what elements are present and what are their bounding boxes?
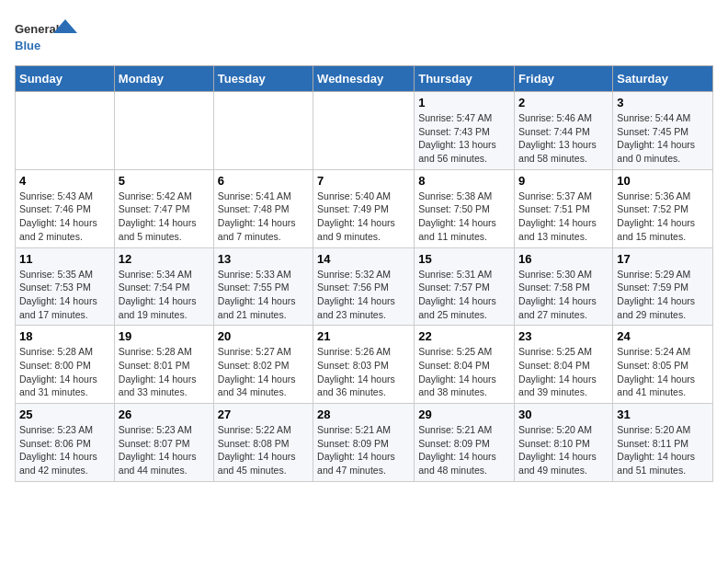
day-info: Sunrise: 5:38 AM Sunset: 7:50 PM Dayligh… bbox=[418, 190, 510, 244]
day-number: 4 bbox=[19, 174, 110, 188]
day-number: 16 bbox=[518, 252, 609, 266]
day-info: Sunrise: 5:28 AM Sunset: 8:01 PM Dayligh… bbox=[119, 345, 210, 399]
day-info: Sunrise: 5:26 AM Sunset: 8:03 PM Dayligh… bbox=[317, 345, 410, 399]
day-cell bbox=[313, 92, 415, 170]
logo: GeneralBlue bbox=[15, 15, 79, 56]
day-info: Sunrise: 5:42 AM Sunset: 7:47 PM Dayligh… bbox=[119, 190, 210, 244]
day-cell: 31Sunrise: 5:20 AM Sunset: 8:11 PM Dayli… bbox=[613, 404, 713, 482]
day-cell bbox=[114, 92, 213, 170]
day-cell: 15Sunrise: 5:31 AM Sunset: 7:57 PM Dayli… bbox=[415, 247, 515, 326]
day-number: 5 bbox=[119, 174, 210, 188]
day-info: Sunrise: 5:32 AM Sunset: 7:56 PM Dayligh… bbox=[317, 268, 410, 322]
day-number: 31 bbox=[617, 408, 709, 421]
day-info: Sunrise: 5:23 AM Sunset: 8:06 PM Dayligh… bbox=[19, 423, 110, 477]
day-info: Sunrise: 5:21 AM Sunset: 8:09 PM Dayligh… bbox=[418, 423, 510, 477]
day-number: 1 bbox=[418, 96, 510, 109]
day-cell: 30Sunrise: 5:20 AM Sunset: 8:10 PM Dayli… bbox=[515, 404, 613, 482]
day-number: 19 bbox=[119, 329, 210, 343]
day-cell: 1Sunrise: 5:47 AM Sunset: 7:43 PM Daylig… bbox=[415, 92, 515, 170]
day-number: 30 bbox=[518, 408, 609, 421]
day-cell: 3Sunrise: 5:44 AM Sunset: 7:45 PM Daylig… bbox=[613, 92, 713, 170]
header: GeneralBlue bbox=[15, 15, 713, 56]
day-cell: 21Sunrise: 5:26 AM Sunset: 8:03 PM Dayli… bbox=[313, 326, 415, 404]
day-number: 13 bbox=[218, 252, 309, 266]
day-number: 8 bbox=[418, 174, 510, 188]
day-cell: 12Sunrise: 5:34 AM Sunset: 7:54 PM Dayli… bbox=[114, 247, 213, 326]
day-info: Sunrise: 5:43 AM Sunset: 7:46 PM Dayligh… bbox=[19, 190, 110, 244]
day-cell: 17Sunrise: 5:29 AM Sunset: 7:59 PM Dayli… bbox=[613, 247, 713, 326]
day-cell: 25Sunrise: 5:23 AM Sunset: 8:06 PM Dayli… bbox=[16, 404, 115, 482]
day-info: Sunrise: 5:25 AM Sunset: 8:04 PM Dayligh… bbox=[518, 345, 609, 399]
day-number: 15 bbox=[418, 252, 510, 266]
day-cell: 29Sunrise: 5:21 AM Sunset: 8:09 PM Dayli… bbox=[415, 404, 515, 482]
day-header-friday: Friday bbox=[515, 66, 613, 92]
day-number: 21 bbox=[317, 329, 410, 343]
day-number: 28 bbox=[317, 408, 410, 421]
day-number: 3 bbox=[617, 96, 709, 109]
day-number: 10 bbox=[617, 174, 709, 188]
day-cell: 2Sunrise: 5:46 AM Sunset: 7:44 PM Daylig… bbox=[515, 92, 613, 170]
day-number: 9 bbox=[518, 174, 609, 188]
day-info: Sunrise: 5:23 AM Sunset: 8:07 PM Dayligh… bbox=[119, 423, 210, 477]
day-number: 25 bbox=[19, 408, 110, 421]
day-cell: 19Sunrise: 5:28 AM Sunset: 8:01 PM Dayli… bbox=[114, 326, 213, 404]
day-cell: 18Sunrise: 5:28 AM Sunset: 8:00 PM Dayli… bbox=[16, 326, 115, 404]
day-cell: 7Sunrise: 5:40 AM Sunset: 7:49 PM Daylig… bbox=[313, 169, 415, 247]
day-info: Sunrise: 5:20 AM Sunset: 8:10 PM Dayligh… bbox=[518, 423, 609, 477]
day-cell: 5Sunrise: 5:42 AM Sunset: 7:47 PM Daylig… bbox=[114, 169, 213, 247]
day-number: 20 bbox=[218, 329, 309, 343]
day-header-thursday: Thursday bbox=[415, 66, 515, 92]
svg-text:General: General bbox=[15, 22, 59, 36]
day-number: 17 bbox=[617, 252, 709, 266]
day-number: 18 bbox=[19, 329, 110, 343]
day-cell: 10Sunrise: 5:36 AM Sunset: 7:52 PM Dayli… bbox=[613, 169, 713, 247]
day-info: Sunrise: 5:37 AM Sunset: 7:51 PM Dayligh… bbox=[518, 190, 609, 244]
day-cell: 28Sunrise: 5:21 AM Sunset: 8:09 PM Dayli… bbox=[313, 404, 415, 482]
day-cell bbox=[213, 92, 313, 170]
day-header-tuesday: Tuesday bbox=[213, 66, 313, 92]
day-info: Sunrise: 5:24 AM Sunset: 8:05 PM Dayligh… bbox=[617, 345, 709, 399]
day-number: 7 bbox=[317, 174, 410, 188]
day-info: Sunrise: 5:41 AM Sunset: 7:48 PM Dayligh… bbox=[218, 190, 309, 244]
day-number: 6 bbox=[218, 174, 309, 188]
week-row-5: 25Sunrise: 5:23 AM Sunset: 8:06 PM Dayli… bbox=[16, 404, 713, 482]
day-cell: 6Sunrise: 5:41 AM Sunset: 7:48 PM Daylig… bbox=[213, 169, 313, 247]
calendar-table: SundayMondayTuesdayWednesdayThursdayFrid… bbox=[15, 65, 713, 482]
week-row-3: 11Sunrise: 5:35 AM Sunset: 7:53 PM Dayli… bbox=[16, 247, 713, 326]
day-info: Sunrise: 5:20 AM Sunset: 8:11 PM Dayligh… bbox=[617, 423, 709, 477]
week-row-1: 1Sunrise: 5:47 AM Sunset: 7:43 PM Daylig… bbox=[16, 92, 713, 170]
day-number: 26 bbox=[119, 408, 210, 421]
day-cell: 23Sunrise: 5:25 AM Sunset: 8:04 PM Dayli… bbox=[515, 326, 613, 404]
days-header-row: SundayMondayTuesdayWednesdayThursdayFrid… bbox=[16, 66, 713, 92]
day-header-saturday: Saturday bbox=[613, 66, 713, 92]
week-row-4: 18Sunrise: 5:28 AM Sunset: 8:00 PM Dayli… bbox=[16, 326, 713, 404]
day-cell: 9Sunrise: 5:37 AM Sunset: 7:51 PM Daylig… bbox=[515, 169, 613, 247]
day-info: Sunrise: 5:27 AM Sunset: 8:02 PM Dayligh… bbox=[218, 345, 309, 399]
day-info: Sunrise: 5:29 AM Sunset: 7:59 PM Dayligh… bbox=[617, 268, 709, 322]
day-info: Sunrise: 5:35 AM Sunset: 7:53 PM Dayligh… bbox=[19, 268, 110, 322]
day-cell: 11Sunrise: 5:35 AM Sunset: 7:53 PM Dayli… bbox=[16, 247, 115, 326]
day-info: Sunrise: 5:34 AM Sunset: 7:54 PM Dayligh… bbox=[119, 268, 210, 322]
day-cell: 13Sunrise: 5:33 AM Sunset: 7:55 PM Dayli… bbox=[213, 247, 313, 326]
day-header-sunday: Sunday bbox=[16, 66, 115, 92]
day-info: Sunrise: 5:44 AM Sunset: 7:45 PM Dayligh… bbox=[617, 111, 709, 166]
day-number: 29 bbox=[418, 408, 510, 421]
day-cell: 14Sunrise: 5:32 AM Sunset: 7:56 PM Dayli… bbox=[313, 247, 415, 326]
day-cell: 8Sunrise: 5:38 AM Sunset: 7:50 PM Daylig… bbox=[415, 169, 515, 247]
day-info: Sunrise: 5:22 AM Sunset: 8:08 PM Dayligh… bbox=[218, 423, 309, 477]
day-cell: 4Sunrise: 5:43 AM Sunset: 7:46 PM Daylig… bbox=[16, 169, 115, 247]
day-number: 24 bbox=[617, 329, 709, 343]
day-header-monday: Monday bbox=[114, 66, 213, 92]
logo-svg: GeneralBlue bbox=[15, 15, 79, 56]
day-number: 2 bbox=[518, 96, 609, 109]
day-info: Sunrise: 5:21 AM Sunset: 8:09 PM Dayligh… bbox=[317, 423, 410, 477]
day-info: Sunrise: 5:25 AM Sunset: 8:04 PM Dayligh… bbox=[418, 345, 510, 399]
day-info: Sunrise: 5:36 AM Sunset: 7:52 PM Dayligh… bbox=[617, 190, 709, 244]
day-info: Sunrise: 5:46 AM Sunset: 7:44 PM Dayligh… bbox=[518, 111, 609, 166]
day-info: Sunrise: 5:40 AM Sunset: 7:49 PM Dayligh… bbox=[317, 190, 410, 244]
day-cell: 26Sunrise: 5:23 AM Sunset: 8:07 PM Dayli… bbox=[114, 404, 213, 482]
day-cell bbox=[16, 92, 115, 170]
day-cell: 20Sunrise: 5:27 AM Sunset: 8:02 PM Dayli… bbox=[213, 326, 313, 404]
day-header-wednesday: Wednesday bbox=[313, 66, 415, 92]
day-number: 27 bbox=[218, 408, 309, 421]
